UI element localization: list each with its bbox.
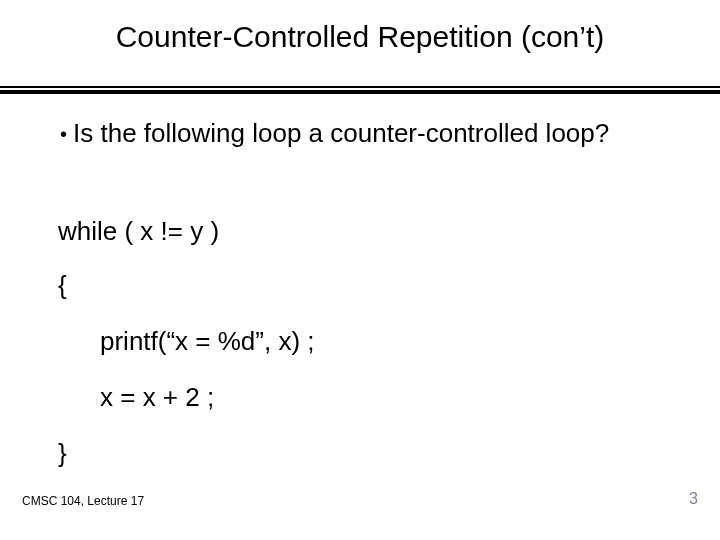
bullet-icon: • bbox=[60, 122, 67, 146]
horizontal-rule bbox=[0, 86, 720, 92]
code-line-increment: x = x + 2 ; bbox=[100, 382, 214, 413]
code-line-printf: printf(“x = %d”, x) ; bbox=[100, 326, 315, 357]
code-line-while: while ( x != y ) bbox=[58, 216, 219, 247]
slide-title: Counter-Controlled Repetition (con’t) bbox=[0, 20, 720, 54]
page-number: 3 bbox=[689, 490, 698, 508]
bullet-item: •Is the following loop a counter-control… bbox=[60, 118, 680, 149]
bullet-text: Is the following loop a counter-controll… bbox=[73, 118, 609, 148]
rule-top bbox=[0, 86, 720, 88]
code-line-rbrace: } bbox=[58, 438, 67, 469]
code-line-lbrace: { bbox=[58, 270, 67, 301]
slide: Counter-Controlled Repetition (con’t) •I… bbox=[0, 0, 720, 540]
rule-bottom bbox=[0, 90, 720, 94]
footer-course: CMSC 104, Lecture 17 bbox=[22, 494, 144, 508]
